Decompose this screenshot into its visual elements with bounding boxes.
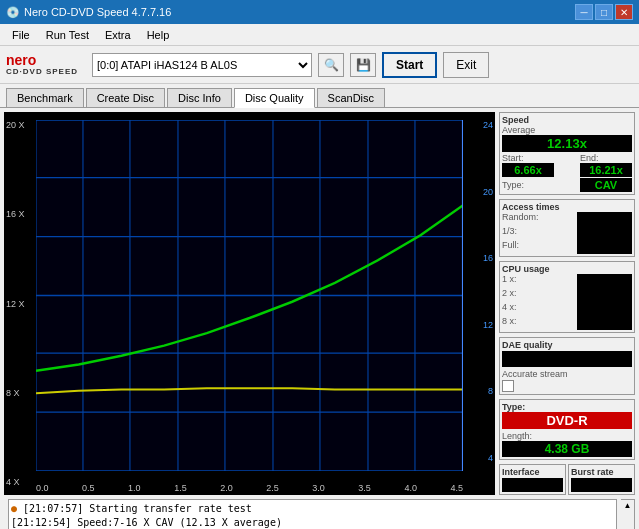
log-icon-0: ● bbox=[11, 503, 17, 514]
y-label-8: 8 X bbox=[6, 388, 34, 398]
accurate-stream-label: Accurate stream bbox=[502, 369, 632, 379]
speed-end-value: 16.21x bbox=[580, 163, 632, 177]
x-label-35: 3.5 bbox=[358, 483, 371, 493]
disc-type-label: Type: bbox=[502, 402, 632, 412]
x-label-4: 4.0 bbox=[404, 483, 417, 493]
speed-type-value: CAV bbox=[580, 178, 632, 192]
interface-value bbox=[502, 478, 563, 492]
tab-create-disc[interactable]: Create Disc bbox=[86, 88, 165, 107]
onethird-label: 1/3: bbox=[502, 226, 517, 240]
y-label-4: 4 X bbox=[6, 477, 34, 487]
tab-benchmark[interactable]: Benchmark bbox=[6, 88, 84, 107]
cpu-4x-label: 4 x: bbox=[502, 302, 517, 316]
dae-quality-section: DAE quality Accurate stream bbox=[499, 337, 635, 395]
exit-button[interactable]: Exit bbox=[443, 52, 489, 78]
speed-average-label: Average bbox=[502, 125, 632, 135]
app-icon: 💿 bbox=[6, 6, 20, 19]
log-text-0: [21:07:57] Starting transfer rate test bbox=[23, 503, 252, 514]
chart-and-right: 20 X 16 X 12 X 8 X 4 X bbox=[0, 108, 639, 499]
disc-length-label: Length: bbox=[502, 431, 632, 441]
nero-logo: nero CD·DVD SPEED bbox=[6, 53, 78, 76]
log-output: ● [21:07:57] Starting transfer rate test… bbox=[8, 499, 617, 529]
speed-section: Speed Average 12.13x Start: 6.66x End: 1… bbox=[499, 112, 635, 195]
dae-title: DAE quality bbox=[502, 340, 632, 350]
titlebar-title: 💿 Nero CD-DVD Speed 4.7.7.16 bbox=[6, 6, 171, 19]
y-right-4: 4 bbox=[467, 453, 493, 463]
x-label-05: 0.5 bbox=[82, 483, 95, 493]
save-icon: 💾 bbox=[356, 58, 371, 72]
maximize-button[interactable]: □ bbox=[595, 4, 613, 20]
random-label: Random: bbox=[502, 212, 539, 226]
menu-extra[interactable]: Extra bbox=[97, 27, 139, 43]
accurate-stream-checkbox[interactable] bbox=[502, 380, 514, 392]
cpu-8x-label: 8 x: bbox=[502, 316, 517, 330]
cpu-1x-label: 1 x: bbox=[502, 274, 517, 288]
menu-help[interactable]: Help bbox=[139, 27, 178, 43]
save-button[interactable]: 💾 bbox=[350, 53, 376, 77]
drive-info-button[interactable]: 🔍 bbox=[318, 53, 344, 77]
log-line-1: [21:12:54] Speed:7-16 X CAV (12.13 X ave… bbox=[11, 516, 614, 529]
access-times-section: Access times Random: 1/3: Full: bbox=[499, 199, 635, 257]
y-label-12: 12 X bbox=[6, 299, 34, 309]
cpu-1x-value bbox=[577, 274, 632, 288]
minimize-button[interactable]: ─ bbox=[575, 4, 593, 20]
menu-file[interactable]: File bbox=[4, 27, 38, 43]
right-panel: Speed Average 12.13x Start: 6.66x End: 1… bbox=[499, 108, 639, 499]
y-axis-right: 24 20 16 12 8 4 bbox=[465, 112, 495, 471]
burst-rate-section: Burst rate bbox=[568, 464, 635, 495]
tab-disc-quality[interactable]: Disc Quality bbox=[234, 88, 315, 108]
speed-average-value: 12.13x bbox=[502, 135, 632, 152]
start-button[interactable]: Start bbox=[382, 52, 437, 78]
titlebar: 💿 Nero CD-DVD Speed 4.7.7.16 ─ □ ✕ bbox=[0, 0, 639, 24]
full-label: Full: bbox=[502, 240, 519, 254]
speed-end-label: End: bbox=[580, 153, 632, 163]
cpu-8x-value bbox=[577, 316, 632, 330]
app-title: Nero CD-DVD Speed 4.7.7.16 bbox=[24, 6, 171, 18]
cpu-usage-section: CPU usage 1 x: 2 x: 4 x: 8 x: bbox=[499, 261, 635, 333]
titlebar-controls[interactable]: ─ □ ✕ bbox=[575, 4, 633, 20]
y-axis-left: 20 X 16 X 12 X 8 X 4 X bbox=[4, 112, 36, 495]
x-label-2: 2.0 bbox=[220, 483, 233, 493]
random-value bbox=[577, 212, 632, 226]
x-label-0: 0.0 bbox=[36, 483, 49, 493]
x-axis: 0.0 0.5 1.0 1.5 2.0 2.5 3.0 3.5 4.0 4.5 bbox=[36, 483, 463, 493]
speed-title: Speed bbox=[502, 115, 632, 125]
x-label-1: 1.0 bbox=[128, 483, 141, 493]
speed-start-value: 6.66x bbox=[502, 163, 554, 177]
tab-scan-disc[interactable]: ScanDisc bbox=[317, 88, 385, 107]
burst-rate-value bbox=[571, 478, 632, 492]
y-label-16: 16 X bbox=[6, 209, 34, 219]
disc-section: Type: DVD-R Length: 4.38 GB bbox=[499, 399, 635, 460]
x-label-3: 3.0 bbox=[312, 483, 325, 493]
x-label-15: 1.5 bbox=[174, 483, 187, 493]
drive-select[interactable]: [0:0] ATAPI iHAS124 B AL0S bbox=[92, 53, 312, 77]
log-area: ● [21:07:57] Starting transfer rate test… bbox=[4, 499, 635, 529]
tab-disc-info[interactable]: Disc Info bbox=[167, 88, 232, 107]
x-label-45: 4.5 bbox=[450, 483, 463, 493]
y-label-20: 20 X bbox=[6, 120, 34, 130]
menubar: File Run Test Extra Help bbox=[0, 24, 639, 46]
close-button[interactable]: ✕ bbox=[615, 4, 633, 20]
y-right-24: 24 bbox=[467, 120, 493, 130]
tab-bar: Benchmark Create Disc Disc Info Disc Qua… bbox=[0, 84, 639, 108]
onethird-value bbox=[577, 226, 632, 240]
chart-area: 20 X 16 X 12 X 8 X 4 X bbox=[4, 112, 495, 495]
dae-value bbox=[502, 351, 632, 367]
interface-title: Interface bbox=[502, 467, 563, 477]
access-times-title: Access times bbox=[502, 202, 632, 212]
scroll-up-button[interactable]: ▲ bbox=[623, 500, 633, 511]
drive-info-icon: 🔍 bbox=[324, 58, 339, 72]
full-value bbox=[577, 240, 632, 254]
speed-start: Start: 6.66x bbox=[502, 153, 554, 177]
y-right-8: 8 bbox=[467, 386, 493, 396]
interface-section: Interface bbox=[499, 464, 566, 495]
y-right-20: 20 bbox=[467, 187, 493, 197]
menu-run-test[interactable]: Run Test bbox=[38, 27, 97, 43]
speed-type-label: Type: bbox=[502, 180, 524, 190]
interface-burst-row: Interface Burst rate bbox=[499, 464, 635, 495]
cpu-title: CPU usage bbox=[502, 264, 632, 274]
main-area: 20 X 16 X 12 X 8 X 4 X bbox=[0, 108, 639, 529]
speed-end: End: 16.21x bbox=[580, 153, 632, 177]
log-scrollbar[interactable]: ▲ ▼ bbox=[621, 499, 635, 529]
cpu-4x-value bbox=[577, 302, 632, 316]
